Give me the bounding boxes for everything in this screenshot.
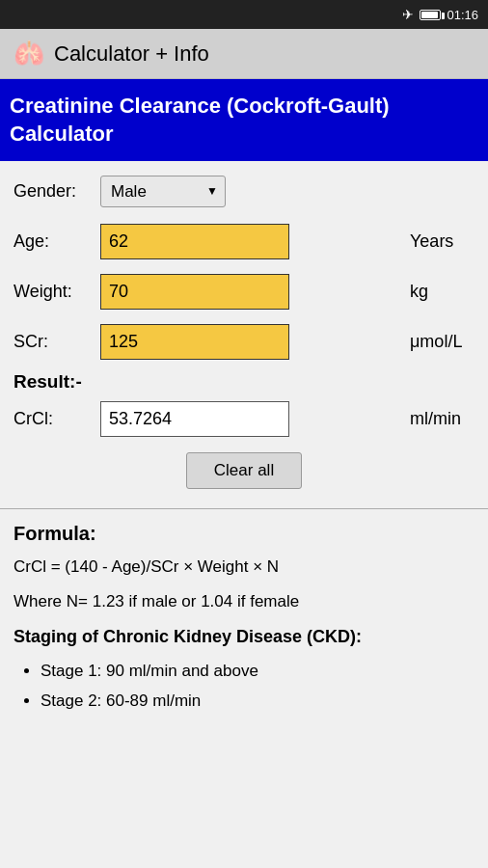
- calculator-form: Gender: Male Female Age: Years Weight: k…: [0, 161, 488, 508]
- list-item: Stage 2: 60-89 ml/min: [41, 687, 474, 717]
- age-unit: Years: [402, 231, 474, 252]
- gender-row: Gender: Male Female: [14, 171, 474, 211]
- clear-all-button[interactable]: Clear all: [186, 452, 302, 489]
- result-label: Result:-: [14, 371, 474, 393]
- weight-label: Weight:: [14, 282, 100, 302]
- crcl-row: CrCl: ml/min: [14, 398, 474, 439]
- weight-unit: kg: [402, 282, 474, 302]
- weight-input-area: [100, 274, 402, 310]
- crcl-result-input[interactable]: [100, 401, 289, 437]
- age-input-area: [100, 224, 402, 259]
- age-row: Age: Years: [14, 221, 474, 261]
- formula-text: CrCl = (140 - Age)/SCr × Weight × N: [14, 555, 474, 580]
- scr-row: SCr: μmol/L: [14, 321, 474, 362]
- scr-unit: μmol/L: [402, 332, 474, 352]
- gender-wrapper[interactable]: Male Female: [100, 176, 226, 207]
- scr-label: SCr:: [14, 332, 100, 352]
- staging-title: Staging of Chronic Kidney Disease (CKD):: [14, 627, 474, 647]
- app-title: Calculator + Info: [54, 41, 209, 67]
- where-text: Where N= 1.23 if male or 1.04 if female: [14, 589, 474, 614]
- crcl-label: CrCl:: [14, 409, 100, 429]
- calculator-title-banner: Creatinine Clearance (Cockroft-Gault) Ca…: [0, 79, 488, 161]
- age-label: Age:: [14, 231, 100, 252]
- clear-btn-row: Clear all: [14, 452, 474, 489]
- weight-input[interactable]: [100, 274, 289, 310]
- scr-input[interactable]: [100, 324, 289, 360]
- gender-input-area: Male Female: [100, 176, 474, 207]
- age-input[interactable]: [100, 224, 289, 259]
- formula-title: Formula:: [14, 523, 474, 545]
- status-bar: ✈ 01:16: [0, 0, 488, 29]
- crcl-unit: ml/min: [402, 409, 474, 429]
- info-section: Formula: CrCl = (140 - Age)/SCr × Weight…: [0, 523, 488, 735]
- calculator-title-text: Creatinine Clearance (Cockroft-Gault) Ca…: [10, 94, 390, 146]
- crcl-input-area: [100, 401, 402, 437]
- staging-list: Stage 1: 90 ml/min and above Stage 2: 60…: [14, 657, 474, 716]
- gender-select[interactable]: Male Female: [100, 176, 226, 207]
- section-divider: [0, 508, 488, 509]
- weight-row: Weight: kg: [14, 271, 474, 312]
- app-header: 🫁 Calculator + Info: [0, 29, 488, 79]
- kidney-icon: 🫁: [14, 39, 44, 68]
- gender-label: Gender:: [14, 181, 100, 202]
- scr-input-area: [100, 324, 402, 360]
- airplane-icon: ✈: [402, 7, 414, 22]
- battery-icon: [420, 10, 441, 20]
- time-display: 01:16: [447, 8, 478, 22]
- list-item: Stage 1: 90 ml/min and above: [41, 657, 474, 687]
